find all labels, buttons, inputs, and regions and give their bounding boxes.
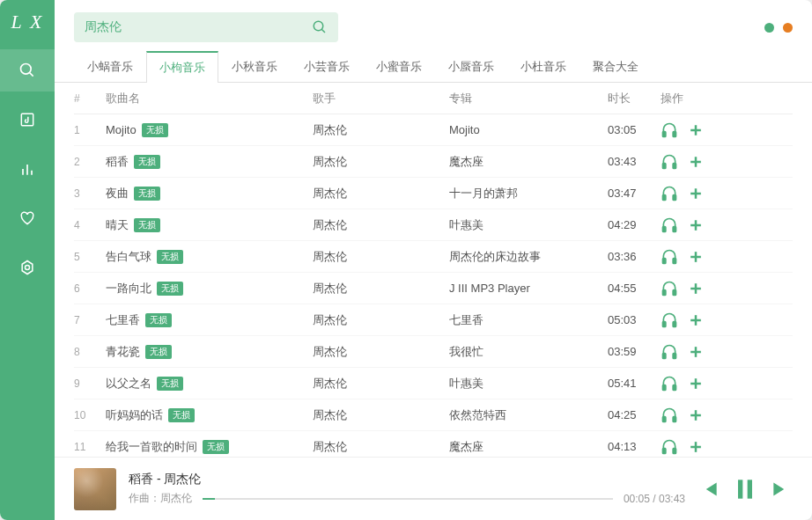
add-track-button[interactable] xyxy=(687,311,705,329)
table-row[interactable]: 7七里香无损周杰伦七里香05:03 xyxy=(74,304,793,336)
play-track-button[interactable] xyxy=(661,280,678,297)
row-actions xyxy=(661,375,731,392)
svg-rect-26 xyxy=(663,258,666,263)
table-row[interactable]: 10听妈妈的话无损周杰伦依然范特西04:25 xyxy=(74,399,793,431)
search-icon xyxy=(312,19,328,35)
table-row[interactable]: 1Mojito无损周杰伦Mojito03:05 xyxy=(74,114,793,146)
headphone-icon xyxy=(661,248,678,266)
tab-source-3[interactable]: 小芸音乐 xyxy=(291,51,363,83)
row-duration: 05:41 xyxy=(608,377,661,390)
search-input[interactable] xyxy=(85,20,312,34)
plus-icon xyxy=(687,343,705,361)
add-track-button[interactable] xyxy=(687,406,705,424)
row-name: 七里香无损 xyxy=(106,312,313,328)
table-row[interactable]: 8青花瓷无损周杰伦我很忙03:59 xyxy=(74,336,793,368)
now-playing-title: 稻香 - 周杰伦 xyxy=(129,472,685,487)
tab-source-2[interactable]: 小秋音乐 xyxy=(218,51,291,83)
play-track-button[interactable] xyxy=(661,311,678,329)
table-row[interactable]: 2稻香无损周杰伦魔杰座03:43 xyxy=(74,146,793,178)
play-track-button[interactable] xyxy=(661,438,678,456)
row-artist: 周杰伦 xyxy=(313,376,449,392)
row-name: 以父之名无损 xyxy=(106,376,313,392)
row-actions xyxy=(661,343,731,361)
row-name: 稻香无损 xyxy=(106,154,313,170)
play-track-button[interactable] xyxy=(661,248,678,266)
svg-point-0 xyxy=(21,64,32,75)
prev-button[interactable] xyxy=(698,478,720,501)
quality-badge: 无损 xyxy=(157,250,183,264)
row-album: Mojito xyxy=(449,123,608,136)
play-track-button[interactable] xyxy=(661,375,678,392)
add-track-button[interactable] xyxy=(687,438,705,456)
plus-icon xyxy=(687,216,705,234)
svg-rect-19 xyxy=(673,194,675,200)
tab-source-0[interactable]: 小蜗音乐 xyxy=(74,51,146,83)
next-button[interactable] xyxy=(770,478,793,501)
search-button[interactable] xyxy=(312,19,328,35)
row-album: 我很忙 xyxy=(449,344,608,360)
row-name: 晴天无损 xyxy=(106,217,313,233)
nav-settings[interactable] xyxy=(0,246,55,289)
add-track-button[interactable] xyxy=(687,121,705,139)
row-name: 青花瓷无损 xyxy=(106,344,313,360)
tab-source-5[interactable]: 小蜃音乐 xyxy=(435,51,507,83)
search-box[interactable] xyxy=(74,12,338,42)
add-track-button[interactable] xyxy=(687,343,705,361)
table-row[interactable]: 6一路向北无损周杰伦J III MP3 Player04:55 xyxy=(74,273,793,304)
play-track-button[interactable] xyxy=(661,185,678,202)
pause-icon xyxy=(731,475,759,503)
tab-source-4[interactable]: 小蜜音乐 xyxy=(363,51,435,83)
row-artist: 周杰伦 xyxy=(313,439,449,455)
source-tabs: 小蜗音乐小枸音乐小秋音乐小芸音乐小蜜音乐小蜃音乐小杜音乐聚合大全 xyxy=(55,51,812,83)
svg-marker-6 xyxy=(22,261,33,275)
svg-rect-35 xyxy=(673,321,675,326)
table-row[interactable]: 4晴天无损周杰伦叶惠美04:29 xyxy=(74,209,793,241)
table-row[interactable]: 5告白气球无损周杰伦周杰伦的床边故事03:36 xyxy=(74,241,793,273)
table-row[interactable]: 11给我一首歌的时间无损周杰伦魔杰座04:13 xyxy=(74,431,793,457)
tab-source-7[interactable]: 聚合大全 xyxy=(579,51,652,83)
play-track-button[interactable] xyxy=(661,121,678,139)
row-duration: 03:59 xyxy=(608,345,661,358)
row-name: Mojito无损 xyxy=(106,123,313,137)
tab-source-6[interactable]: 小杜音乐 xyxy=(507,51,579,83)
add-track-button[interactable] xyxy=(687,153,705,171)
svg-rect-50 xyxy=(663,448,666,453)
add-track-button[interactable] xyxy=(687,216,705,234)
add-track-button[interactable] xyxy=(687,248,705,266)
play-track-button[interactable] xyxy=(661,343,678,361)
plus-icon xyxy=(687,185,705,202)
play-track-button[interactable] xyxy=(661,216,678,234)
svg-line-1 xyxy=(30,73,33,77)
tab-source-1[interactable]: 小枸音乐 xyxy=(146,51,218,83)
album-cover[interactable] xyxy=(74,468,116,510)
play-track-button[interactable] xyxy=(661,153,678,171)
plus-icon xyxy=(687,121,705,139)
nav-favorites[interactable] xyxy=(0,197,55,239)
pause-button[interactable] xyxy=(731,475,759,503)
row-artist: 周杰伦 xyxy=(313,154,449,170)
headphone-icon xyxy=(661,121,678,139)
plus-icon xyxy=(687,406,705,424)
svg-rect-39 xyxy=(673,353,675,358)
play-track-button[interactable] xyxy=(661,406,678,424)
nav-search[interactable] xyxy=(0,49,55,92)
add-track-button[interactable] xyxy=(687,185,705,202)
table-row[interactable]: 3夜曲无损周杰伦十一月的萧邦03:47 xyxy=(74,178,793,209)
add-track-button[interactable] xyxy=(687,280,705,297)
nav-stats[interactable] xyxy=(0,148,55,190)
now-playing-subtitle: 作曲：周杰伦 xyxy=(129,491,192,506)
headphone-icon xyxy=(661,185,678,202)
player-bar: 稻香 - 周杰伦 作曲：周杰伦 00:05 / 03:43 xyxy=(55,457,812,520)
row-album: 依然范特西 xyxy=(449,407,608,423)
minimize-dot[interactable] xyxy=(764,23,774,33)
heart-icon xyxy=(18,209,36,227)
add-track-button[interactable] xyxy=(687,375,705,392)
progress-bar[interactable] xyxy=(203,498,613,500)
nav-playlist[interactable] xyxy=(0,99,55,141)
svg-rect-47 xyxy=(673,416,675,421)
row-index: 4 xyxy=(74,219,106,231)
table-row[interactable]: 9以父之名无损周杰伦叶惠美05:41 xyxy=(74,368,793,399)
close-dot[interactable] xyxy=(783,23,793,33)
row-artist: 周杰伦 xyxy=(313,249,449,265)
row-album: 周杰伦的床边故事 xyxy=(449,249,608,265)
